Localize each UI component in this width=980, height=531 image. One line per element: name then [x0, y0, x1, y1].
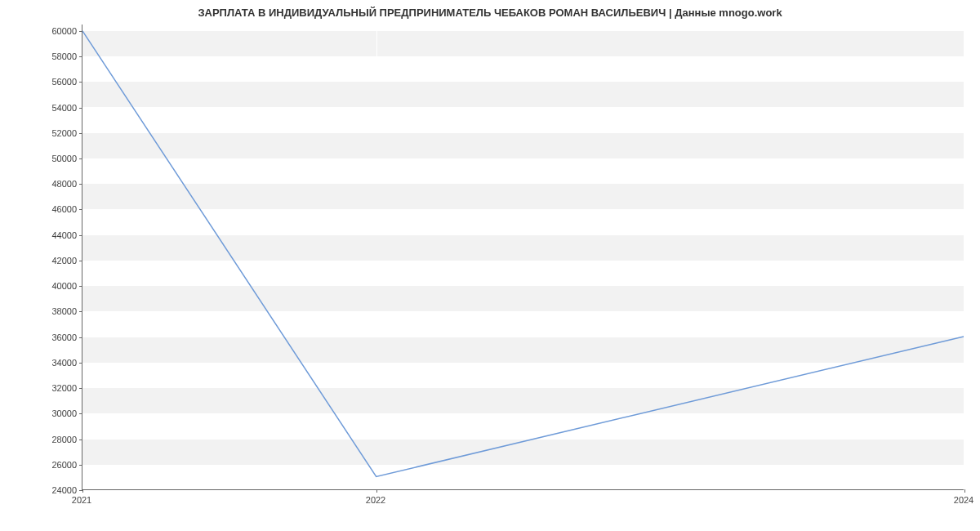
x-tick-label: 2022	[366, 495, 385, 505]
y-tick-mark	[79, 465, 82, 466]
y-tick-mark	[79, 363, 82, 364]
y-tick-mark	[79, 209, 82, 210]
y-tick-mark	[79, 311, 82, 312]
x-tick-mark	[964, 489, 965, 493]
y-tick-label: 50000	[28, 154, 77, 163]
y-tick-label: 40000	[28, 281, 77, 291]
y-tick-mark	[79, 388, 82, 389]
y-tick-mark	[79, 82, 82, 83]
y-tick-label: 60000	[28, 26, 77, 36]
y-tick-mark	[79, 440, 82, 440]
y-tick-mark	[79, 184, 82, 185]
y-tick-label: 58000	[28, 51, 77, 61]
data-line	[82, 31, 964, 477]
y-tick-label: 52000	[28, 128, 77, 138]
y-tick-label: 28000	[28, 435, 77, 444]
x-tick-mark	[376, 489, 377, 493]
y-tick-label: 38000	[28, 306, 77, 316]
y-tick-mark	[79, 413, 82, 414]
y-tick-mark	[79, 56, 82, 57]
y-tick-mark	[79, 133, 82, 134]
y-tick-label: 30000	[28, 408, 77, 418]
y-tick-mark	[79, 31, 82, 32]
line-svg	[82, 25, 964, 489]
y-tick-mark	[79, 108, 82, 109]
chart-title: ЗАРПЛАТА В ИНДИВИДУАЛЬНЫЙ ПРЕДПРИНИМАТЕЛ…	[0, 7, 980, 19]
y-tick-label: 54000	[28, 103, 77, 113]
x-tick-label: 2024	[954, 495, 973, 505]
x-grid-line	[964, 25, 965, 489]
y-tick-label: 36000	[28, 332, 77, 342]
y-tick-label: 34000	[28, 358, 77, 368]
y-tick-mark	[79, 337, 82, 338]
y-tick-label: 26000	[28, 460, 77, 470]
y-tick-label: 32000	[28, 383, 77, 393]
y-tick-mark	[79, 235, 82, 236]
y-tick-label: 46000	[28, 204, 77, 214]
y-tick-label: 48000	[28, 179, 77, 189]
y-tick-mark	[79, 261, 82, 261]
y-tick-mark	[79, 286, 82, 287]
plot-area	[82, 25, 964, 490]
y-tick-label: 44000	[28, 230, 77, 240]
y-tick-label: 42000	[28, 256, 77, 266]
x-tick-label: 2021	[72, 495, 91, 505]
y-tick-mark	[79, 158, 82, 159]
y-tick-label: 56000	[28, 77, 77, 87]
y-tick-label: 24000	[28, 485, 77, 495]
x-tick-mark	[82, 489, 83, 493]
